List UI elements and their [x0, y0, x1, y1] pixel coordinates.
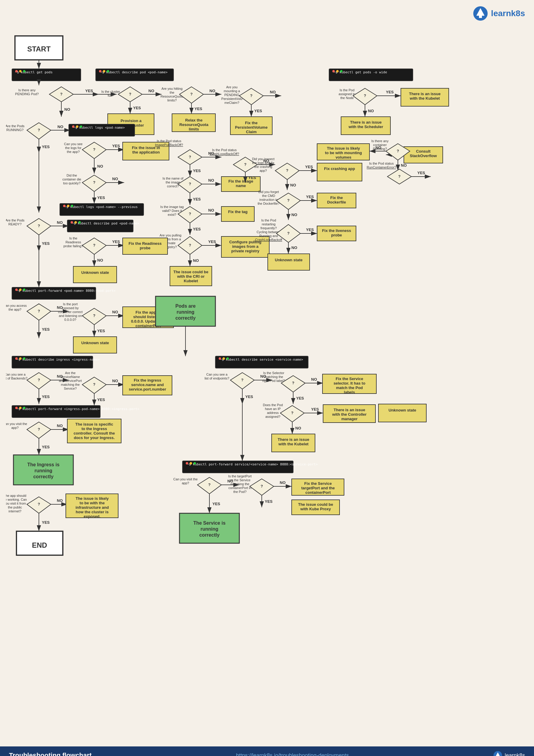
- svg-text:app?: app?: [12, 426, 18, 429]
- svg-point-204: [70, 221, 73, 224]
- svg-text:YES: YES: [97, 329, 105, 333]
- svg-text:ResourceQuota: ResourceQuota: [179, 122, 209, 127]
- svg-text:Did you inspect: Did you inspect: [252, 157, 274, 161]
- svg-text:YES: YES: [112, 239, 120, 244]
- svg-text:assigned?: assigned?: [265, 415, 280, 418]
- svg-text:list of Backends?: list of Backends?: [6, 376, 28, 380]
- svg-text:Kubelet: Kubelet: [184, 279, 198, 283]
- svg-text:The issue is likely: The issue is likely: [327, 146, 360, 150]
- svg-text:the logs and fix: the logs and fix: [252, 161, 274, 165]
- svg-text:Is the Pod: Is the Pod: [261, 219, 276, 222]
- svg-text:correct?: correct?: [167, 184, 179, 188]
- svg-point-250: [23, 357, 25, 360]
- svg-text:Does the Pod: Does the Pod: [263, 403, 283, 407]
- svg-text:Are you pulling: Are you pulling: [160, 233, 182, 237]
- svg-text:Can you see a: Can you see a: [206, 373, 228, 376]
- svg-text:READY?: READY?: [8, 222, 21, 226]
- svg-text:Can you visit the: Can you visit the: [173, 477, 198, 481]
- svg-text:Dockerfile: Dockerfile: [327, 200, 346, 204]
- svg-point-220: [19, 288, 21, 291]
- svg-text:?: ?: [189, 155, 191, 159]
- svg-text:Is the Pod status: Is the Pod status: [369, 162, 394, 165]
- svg-text:Are the Pods: Are the Pods: [6, 124, 25, 128]
- svg-point-69: [76, 125, 78, 128]
- svg-text:Is there any: Is there any: [371, 139, 388, 143]
- svg-text:have an IP: have an IP: [265, 407, 281, 411]
- svg-text:to be with mounting: to be with mounting: [325, 150, 362, 155]
- svg-text:the crashing: the crashing: [254, 165, 272, 169]
- svg-text:Fix crashing app: Fix crashing app: [324, 166, 355, 171]
- svg-text:the image: the image: [166, 180, 180, 184]
- svg-text:Fix the liveness: Fix the liveness: [322, 229, 351, 233]
- svg-text:There is an issue: There is an issue: [409, 92, 441, 96]
- svg-text:YES: YES: [306, 228, 314, 232]
- svg-text:The issue could be: The issue could be: [173, 270, 208, 274]
- svg-text:~$ kubectl port-forward <ingre: ~$ kubectl port-forward <ingress-pod-nam…: [16, 407, 139, 411]
- svg-text:?: ?: [398, 174, 401, 179]
- svg-text:the Node: the Node: [340, 96, 354, 100]
- svg-text:Unknown state: Unknown state: [81, 340, 109, 345]
- svg-text:Is the Selector: Is the Selector: [263, 371, 284, 375]
- svg-text:name: name: [236, 183, 246, 188]
- svg-text:Fix the: Fix the: [245, 121, 257, 125]
- svg-text:NO: NO: [208, 208, 214, 212]
- flowchart-svg: .node-box { fill: #f5f0dc; stroke: #333;…: [6, 27, 528, 739]
- svg-text:YES: YES: [311, 407, 319, 412]
- svg-text:exposed.: exposed.: [84, 514, 100, 519]
- svg-text:?: ?: [38, 309, 40, 313]
- svg-text:Can you see: Can you see: [64, 142, 83, 146]
- svg-text:Is the Pod: Is the Pod: [339, 88, 355, 92]
- svg-text:?: ?: [189, 243, 191, 248]
- svg-text:probe: probe: [140, 246, 150, 250]
- svg-text:?: ?: [93, 382, 95, 387]
- svg-text:NO: NO: [291, 212, 297, 217]
- svg-text:frequently?: frequently?: [260, 226, 277, 230]
- svg-point-92: [71, 205, 73, 207]
- svg-text:NO: NO: [148, 89, 154, 93]
- svg-point-12: [107, 70, 109, 72]
- svg-text:match the Pod: match the Pod: [336, 386, 363, 390]
- svg-text:?: ?: [38, 427, 40, 432]
- svg-text:?: ?: [250, 94, 253, 98]
- svg-text:Unknown state: Unknown state: [81, 270, 109, 275]
- svg-text:assigned to: assigned to: [339, 92, 356, 96]
- svg-text:Are the: Are the: [65, 371, 75, 375]
- svg-text:~$ kubectl describe pod <pod-n: ~$ kubectl describe pod <pod-name>: [100, 70, 168, 74]
- svg-text:running: running: [200, 526, 218, 531]
- svg-text:?: ?: [93, 313, 95, 318]
- svg-text:?: ?: [93, 147, 95, 152]
- svg-text:YES: YES: [193, 227, 201, 231]
- svg-text:Relax the: Relax the: [185, 118, 202, 122]
- svg-text:CrashLoopBackOff?: CrashLoopBackOff?: [210, 152, 239, 156]
- svg-text:?: ?: [190, 92, 193, 96]
- svg-text:labels: labels: [344, 390, 355, 394]
- svg-text:YES: YES: [245, 394, 253, 399]
- svg-text:container die: container die: [63, 177, 81, 181]
- svg-text:YES: YES: [97, 397, 105, 402]
- svg-text:NO: NO: [280, 480, 286, 485]
- svg-text:Is the targetPort: Is the targetPort: [228, 474, 252, 478]
- svg-text:YES: YES: [42, 145, 50, 149]
- svg-text:NO: NO: [401, 163, 407, 168]
- svg-text:Fix the Service: Fix the Service: [304, 481, 332, 486]
- svg-point-68: [72, 125, 74, 128]
- svg-text:There is an issue: There is an issue: [334, 408, 365, 412]
- svg-point-11: [103, 70, 105, 72]
- svg-text:PersistentVolu: PersistentVolu: [221, 97, 242, 100]
- svg-text:?: ?: [260, 484, 263, 488]
- svg-text:YES: YES: [417, 171, 425, 175]
- svg-text:?: ?: [93, 180, 95, 185]
- svg-text:with the Scheduler: with the Scheduler: [348, 124, 383, 129]
- svg-text:Is the: Is the: [69, 236, 77, 240]
- svg-point-219: [15, 288, 18, 291]
- svg-text:the Pod?: the Pod?: [233, 490, 247, 494]
- svg-point-70: [80, 125, 82, 128]
- svg-text:NO: NO: [291, 245, 297, 250]
- svg-text:Are you: Are you: [226, 85, 237, 89]
- svg-text:the application: the application: [132, 150, 160, 154]
- footer-link[interactable]: https://learnk8s.io/troubleshooting-depl…: [236, 752, 349, 756]
- svg-text:?: ?: [292, 381, 294, 385]
- svg-text:YES: YES: [265, 499, 273, 504]
- svg-text:controller. Consult the: controller. Consult the: [74, 431, 115, 436]
- svg-text:~$ kubectl describe ingress <i: ~$ kubectl describe ingress <ingress-nam…: [16, 358, 100, 362]
